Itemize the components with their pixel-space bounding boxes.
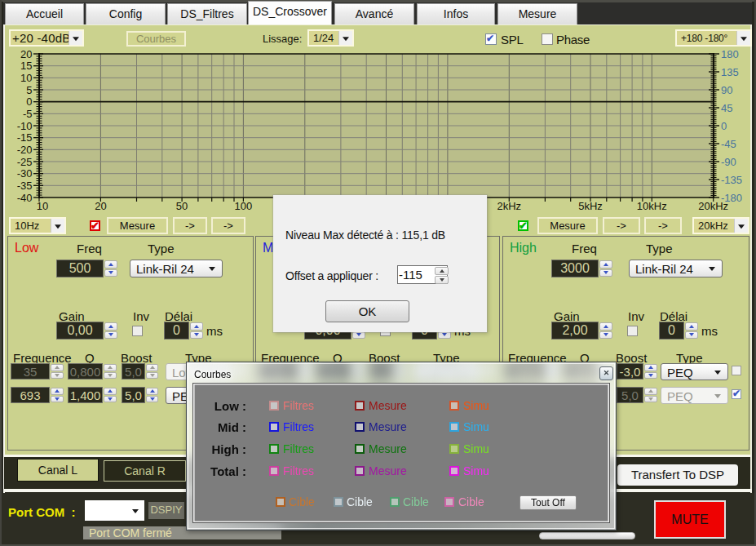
svg-text:2kHz: 2kHz [497,200,521,212]
svg-text:0: 0 [721,120,727,132]
svg-text:10: 10 [37,200,48,212]
svg-text:20: 20 [95,200,106,212]
svg-text:-25: -25 [17,156,33,168]
svg-text:135: 135 [721,66,739,78]
svg-text:20kHz: 20kHz [698,200,728,212]
svg-text:-10: -10 [17,120,33,132]
svg-text:-15: -15 [17,131,33,144]
svg-text:10kHz: 10kHz [637,200,667,212]
svg-text:180: 180 [721,48,739,60]
svg-text:50: 50 [176,200,188,212]
svg-text:45: 45 [721,102,732,114]
svg-text:-20: -20 [17,144,33,156]
svg-text:-30: -30 [17,167,33,180]
svg-text:-5: -5 [23,108,33,120]
svg-text:100: 100 [235,200,253,212]
svg-text:-40: -40 [17,192,33,204]
svg-text:5kHz: 5kHz [578,200,603,212]
svg-text:0: 0 [26,95,32,108]
svg-text:90: 90 [721,84,732,96]
svg-text:20: 20 [20,48,32,60]
svg-text:-90: -90 [721,156,736,168]
svg-text:15: 15 [20,60,32,72]
svg-text:-45: -45 [721,138,736,150]
svg-text:10: 10 [20,72,32,84]
svg-text:-135: -135 [721,174,742,186]
svg-text:5: 5 [26,84,32,96]
svg-text:-35: -35 [17,180,33,192]
